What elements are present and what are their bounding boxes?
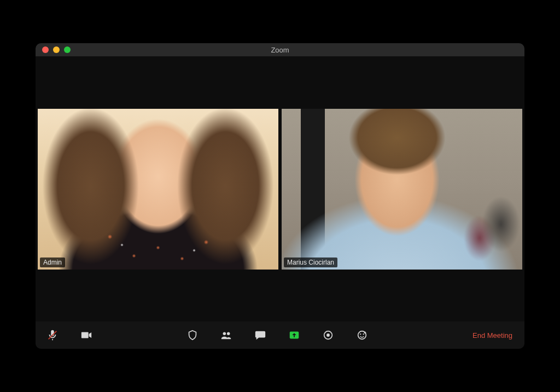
video-button[interactable]	[78, 327, 95, 343]
meeting-toolbar: End Meeting	[36, 321, 524, 349]
end-meeting-button[interactable]: End Meeting	[469, 329, 516, 342]
fullscreen-window-button[interactable]	[64, 46, 71, 53]
people-icon	[220, 329, 232, 341]
window-title: Zoom	[36, 46, 524, 54]
security-button[interactable]	[184, 327, 201, 343]
shield-icon	[186, 329, 199, 341]
share-screen-icon	[288, 329, 300, 341]
traffic-lights	[42, 46, 71, 53]
close-window-button[interactable]	[42, 46, 49, 53]
zoom-window: Zoom Admin Marius Ciocirlan	[36, 43, 524, 349]
record-button[interactable]	[320, 327, 336, 343]
smiley-icon	[356, 329, 368, 341]
chat-icon	[254, 329, 266, 341]
reactions-button[interactable]	[354, 327, 370, 343]
participant-name-badge: Marius Ciocirlan	[284, 258, 337, 267]
participant-name-badge: Admin	[40, 258, 65, 267]
video-area: Admin Marius Ciocirlan	[36, 56, 524, 321]
svg-point-8	[363, 334, 364, 335]
video-grid: Admin Marius Ciocirlan	[38, 109, 522, 270]
chat-button[interactable]	[252, 327, 269, 343]
record-icon	[322, 329, 334, 341]
svg-point-7	[360, 334, 361, 335]
video-camera-icon	[80, 329, 92, 341]
share-screen-button[interactable]	[286, 327, 302, 343]
participant-tile[interactable]: Marius Ciocirlan	[282, 109, 522, 270]
svg-point-1	[223, 332, 226, 336]
svg-point-5	[326, 334, 330, 337]
participant-tile[interactable]: Admin	[38, 109, 278, 270]
participants-button[interactable]	[218, 327, 235, 343]
mute-button[interactable]	[44, 327, 61, 343]
svg-point-2	[227, 332, 230, 336]
microphone-muted-icon	[46, 329, 59, 341]
minimize-window-button[interactable]	[53, 46, 60, 53]
titlebar: Zoom	[36, 43, 524, 56]
